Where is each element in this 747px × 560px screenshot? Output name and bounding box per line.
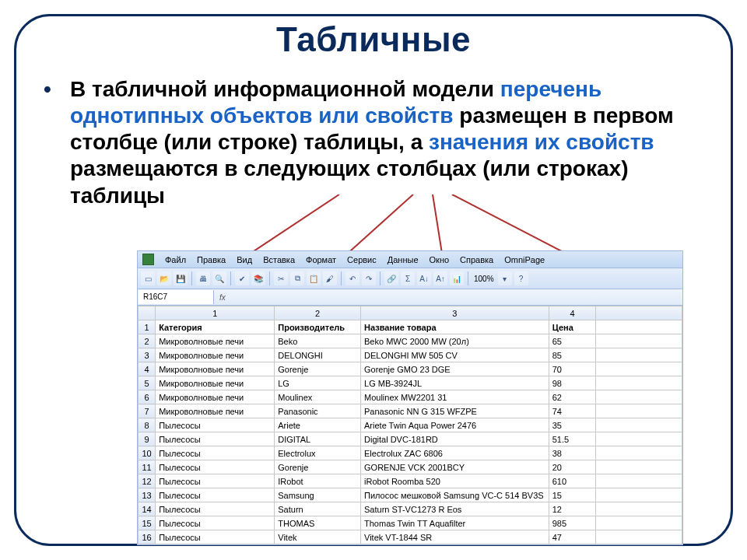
cell[interactable]: Микроволновые печи	[156, 334, 275, 348]
cell[interactable]	[596, 320, 682, 334]
row-header[interactable]: 14	[139, 502, 156, 516]
row-header[interactable]: 10	[139, 446, 156, 460]
cell[interactable]: Thomas Twin TT Aquafilter	[361, 516, 549, 530]
cell[interactable]: iRobot Roomba 520	[361, 474, 549, 488]
cell[interactable]	[596, 348, 682, 362]
cell[interactable]: Микроволновые печи	[156, 390, 275, 404]
cell[interactable]: LG	[275, 376, 361, 390]
cell[interactable]: THOMAS	[275, 516, 361, 530]
cell[interactable]: 47	[549, 530, 595, 544]
cell[interactable]: Vitek VT-1844 SR	[361, 530, 549, 544]
open-icon[interactable]: 📂	[157, 271, 171, 285]
cut-icon[interactable]: ✂	[274, 271, 288, 285]
cell[interactable]: Микроволновые печи	[156, 404, 275, 418]
cell[interactable]	[596, 404, 682, 418]
cell[interactable]: 15	[549, 488, 595, 502]
cell[interactable]: IRobot	[275, 474, 361, 488]
cell[interactable]: Gorenje GMO 23 DGE	[361, 362, 549, 376]
cell[interactable]: Пылесосы	[156, 446, 275, 460]
cell[interactable]: Beko	[275, 334, 361, 348]
sort-asc-icon[interactable]: A↓	[417, 271, 431, 285]
redo-icon[interactable]: ↷	[362, 271, 376, 285]
menu-insert[interactable]: Вставка	[263, 255, 295, 264]
research-icon[interactable]: 📚	[251, 271, 265, 285]
cell[interactable]: 20	[549, 460, 595, 474]
col-header[interactable]: 1	[156, 306, 275, 320]
cell[interactable]: Категория	[156, 320, 275, 334]
new-icon[interactable]: ▭	[141, 271, 155, 285]
menu-omnipage[interactable]: OmniPage	[504, 255, 545, 264]
cell[interactable]	[596, 334, 682, 348]
cell[interactable]: Микроволновые печи	[156, 376, 275, 390]
col-header[interactable]	[596, 306, 682, 320]
cell[interactable]: 12	[549, 502, 595, 516]
row-header[interactable]: 5	[139, 376, 156, 390]
cell[interactable]: Пилосос мешковой Samsung VC-C 514 BV3S	[361, 488, 549, 502]
cell[interactable]: Микроволновые печи	[156, 348, 275, 362]
cell[interactable]: 51.5	[549, 432, 595, 446]
cell[interactable]	[596, 376, 682, 390]
help-icon[interactable]: ?	[514, 271, 528, 285]
cell[interactable]: Saturn	[275, 502, 361, 516]
cell[interactable]: 65	[549, 334, 595, 348]
cell[interactable]: Производитель	[275, 320, 361, 334]
cell[interactable]: 35	[549, 418, 595, 432]
paste-icon[interactable]: 📋	[307, 271, 321, 285]
row-header[interactable]: 9	[139, 432, 156, 446]
menu-help[interactable]: Справка	[460, 255, 493, 264]
select-all-corner[interactable]	[139, 306, 156, 320]
col-header[interactable]: 3	[361, 306, 549, 320]
cell[interactable]: Gorenje	[275, 362, 361, 376]
cell[interactable]: Samsung	[275, 488, 361, 502]
cell[interactable]: LG MB-3924JL	[361, 376, 549, 390]
menu-edit[interactable]: Правка	[197, 255, 226, 264]
menu-window[interactable]: Окно	[430, 255, 450, 264]
autosum-icon[interactable]: Σ	[401, 271, 415, 285]
cell[interactable]: DIGITAL	[275, 432, 361, 446]
cell[interactable]: Пылесосы	[156, 474, 275, 488]
cell[interactable]: Пылесосы	[156, 418, 275, 432]
cell[interactable]: Название товара	[361, 320, 549, 334]
cell[interactable]	[596, 474, 682, 488]
cell[interactable]	[596, 460, 682, 474]
col-header[interactable]: 2	[275, 306, 361, 320]
row-header[interactable]: 16	[139, 530, 156, 544]
cell[interactable]: 610	[549, 474, 595, 488]
undo-icon[interactable]: ↶	[345, 271, 359, 285]
cell[interactable]	[596, 446, 682, 460]
name-box[interactable]: R16C7	[139, 290, 214, 304]
print-icon[interactable]: 🖶	[196, 271, 210, 285]
row-header[interactable]: 15	[139, 516, 156, 530]
cell[interactable]: 985	[549, 516, 595, 530]
cell[interactable]: Beko MWC 2000 MW (20л)	[361, 334, 549, 348]
cell[interactable]: Цена	[549, 320, 595, 334]
zoom-value[interactable]: 100%	[472, 275, 496, 283]
row-header[interactable]: 8	[139, 418, 156, 432]
row-header[interactable]: 4	[139, 362, 156, 376]
row-header[interactable]: 3	[139, 348, 156, 362]
cell[interactable]: Ariete Twin Aqua Power 2476	[361, 418, 549, 432]
cell[interactable]: Vitek	[275, 530, 361, 544]
chart-icon[interactable]: 📊	[450, 271, 464, 285]
cell[interactable]: Пылесосы	[156, 488, 275, 502]
cell[interactable]: Moulinex MW2201 31	[361, 390, 549, 404]
cell[interactable]: Panasonic NN G 315 WFZPE	[361, 404, 549, 418]
save-icon[interactable]: 💾	[174, 271, 188, 285]
col-header[interactable]: 4	[549, 306, 595, 320]
cell[interactable]: Ariete	[275, 418, 361, 432]
cell[interactable]: Пылесосы	[156, 516, 275, 530]
row-header[interactable]: 1	[139, 320, 156, 334]
row-header[interactable]: 13	[139, 488, 156, 502]
cell[interactable]: 38	[549, 446, 595, 460]
cell[interactable]: Saturn ST-VC1273 R Eos	[361, 502, 549, 516]
fx-label[interactable]: fx	[215, 293, 230, 302]
cell[interactable]: Пылесосы	[156, 460, 275, 474]
cell[interactable]: 74	[549, 404, 595, 418]
cell[interactable]	[596, 390, 682, 404]
menu-view[interactable]: Вид	[237, 255, 252, 264]
menu-format[interactable]: Формат	[306, 255, 336, 264]
sort-desc-icon[interactable]: A↑	[433, 271, 447, 285]
cell[interactable]: Electrolux ZAC 6806	[361, 446, 549, 460]
cell[interactable]: Пылесосы	[156, 502, 275, 516]
cell[interactable]	[596, 362, 682, 376]
